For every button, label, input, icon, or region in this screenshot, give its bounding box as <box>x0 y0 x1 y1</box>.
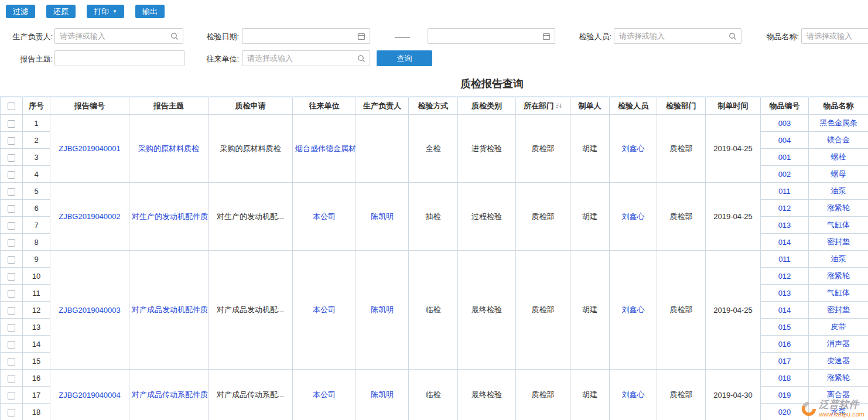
column-header[interactable]: 制单人 <box>570 97 610 115</box>
column-header[interactable]: 生产负责人 <box>356 97 409 115</box>
cell-item-code[interactable]: 014 <box>761 302 809 319</box>
column-header[interactable]: 往来单位 <box>293 97 356 115</box>
cell-subject[interactable]: 对产成品发动机配件质检 <box>129 251 209 370</box>
cell-item-name[interactable]: 密封垫 <box>809 302 868 319</box>
row-checkbox[interactable] <box>8 375 15 383</box>
cell-item-name[interactable]: 涨紧轮 <box>809 370 868 387</box>
cell-inspector[interactable]: 刘鑫心 <box>610 115 657 183</box>
cell-inspector[interactable]: 刘鑫心 <box>610 183 657 251</box>
column-header[interactable]: 报告主题 <box>129 97 209 115</box>
cell-partner[interactable]: 本公司 <box>293 251 356 370</box>
cell-report-no[interactable]: ZJBG2019040004 <box>50 370 129 420</box>
cell-item-name[interactable]: 油泵 <box>809 251 868 268</box>
cell-item-name[interactable]: 涨紧轮 <box>809 200 868 217</box>
cell-subject[interactable]: 对产成品传动系配件质检 <box>129 370 209 420</box>
calendar-icon[interactable] <box>357 32 365 40</box>
column-header[interactable]: 制单时间 <box>706 97 761 115</box>
partner-input[interactable] <box>242 50 370 66</box>
search-icon[interactable] <box>729 32 737 40</box>
cell-item-code[interactable]: 014 <box>761 234 809 251</box>
cell-subject[interactable]: 采购的原材料质检 <box>129 115 209 183</box>
cell-item-name[interactable]: 消声器 <box>809 336 868 353</box>
producer-input[interactable] <box>54 28 183 44</box>
cell-item-name[interactable]: 密封垫 <box>809 234 868 251</box>
cell-partner[interactable]: 烟台盛伟德金属材 <box>293 115 356 183</box>
row-checkbox[interactable] <box>8 120 15 128</box>
column-header[interactable]: 所在部门 <box>516 97 570 115</box>
calendar-icon[interactable] <box>542 32 551 40</box>
cell-producer[interactable]: 陈凯明 <box>356 251 409 370</box>
row-checkbox[interactable] <box>8 256 15 264</box>
row-checkbox[interactable] <box>8 188 15 196</box>
row-checkbox[interactable] <box>8 392 15 399</box>
cell-partner[interactable]: 本公司 <box>293 183 356 251</box>
inspect-date-end-input[interactable] <box>428 28 555 44</box>
cell-item-name[interactable]: 螺栓 <box>809 149 868 166</box>
cell-item-code[interactable]: 003 <box>761 115 809 132</box>
column-header[interactable]: 物品名称 <box>809 97 868 115</box>
partner-input-field[interactable] <box>242 54 357 63</box>
inspector-input[interactable] <box>614 28 741 44</box>
row-checkbox[interactable] <box>8 324 15 332</box>
cell-item-code[interactable]: 015 <box>761 319 809 336</box>
row-checkbox[interactable] <box>8 409 15 416</box>
cell-partner[interactable]: 本公司 <box>293 370 356 420</box>
row-checkbox[interactable] <box>8 239 15 247</box>
report-subject-input[interactable] <box>54 50 184 66</box>
cell-item-name[interactable]: 螺母 <box>809 166 868 183</box>
row-checkbox[interactable] <box>8 307 15 315</box>
item-name-input-field[interactable] <box>802 32 868 40</box>
cell-report-no[interactable]: ZJBG2019040001 <box>50 115 129 183</box>
row-checkbox[interactable] <box>8 205 15 213</box>
row-checkbox[interactable] <box>8 171 15 179</box>
column-header[interactable]: 质检申请 <box>209 97 293 115</box>
inspect-date-end-field[interactable] <box>428 32 542 40</box>
cell-item-code[interactable]: 001 <box>761 149 809 166</box>
row-checkbox[interactable] <box>8 273 15 281</box>
cell-inspector[interactable]: 刘鑫心 <box>610 251 657 370</box>
search-icon[interactable] <box>357 54 365 63</box>
cell-item-code[interactable]: 012 <box>761 268 809 285</box>
select-all-checkbox[interactable] <box>8 103 15 110</box>
column-header[interactable]: 物品编号 <box>761 97 809 115</box>
row-checkbox[interactable] <box>8 290 15 298</box>
cell-item-name[interactable]: 变速器 <box>809 353 868 370</box>
cell-item-name[interactable]: 油泵 <box>809 183 868 200</box>
row-checkbox[interactable] <box>8 222 15 230</box>
item-name-input[interactable] <box>801 28 868 44</box>
column-header[interactable]: 质检类别 <box>458 97 516 115</box>
column-header[interactable]: 检验人员 <box>610 97 657 115</box>
cell-item-code[interactable]: 016 <box>761 336 809 353</box>
cell-subject[interactable]: 对生产的发动机配件质检 <box>129 183 209 251</box>
producer-input-field[interactable] <box>55 32 170 40</box>
search-icon[interactable] <box>170 32 179 40</box>
cell-item-code[interactable]: 004 <box>761 132 809 149</box>
inspect-date-start-field[interactable] <box>242 32 357 40</box>
row-checkbox[interactable] <box>8 358 15 366</box>
cell-report-no[interactable]: ZJBG2019040003 <box>50 251 129 370</box>
row-checkbox[interactable] <box>8 154 15 162</box>
column-header[interactable]: 报告编号 <box>50 97 129 115</box>
cell-item-code[interactable]: 012 <box>761 200 809 217</box>
cell-producer[interactable]: 陈凯明 <box>356 183 409 251</box>
cell-item-name[interactable]: 涨紧轮 <box>809 268 868 285</box>
cell-report-no[interactable]: ZJBG2019040002 <box>50 183 129 251</box>
cell-item-name[interactable]: 气缸体 <box>809 285 868 302</box>
inspect-date-start-input[interactable] <box>242 28 370 44</box>
cell-item-code[interactable]: 018 <box>761 370 809 387</box>
row-checkbox[interactable] <box>8 137 15 145</box>
cell-item-code[interactable]: 011 <box>761 251 809 268</box>
cell-item-code[interactable]: 002 <box>761 166 809 183</box>
cell-item-code[interactable]: 013 <box>761 217 809 234</box>
cell-producer[interactable]: 陈凯明 <box>356 370 409 420</box>
column-header[interactable]: 检验方式 <box>409 97 458 115</box>
cell-item-code[interactable]: 011 <box>761 183 809 200</box>
row-checkbox[interactable] <box>8 341 15 349</box>
cell-item-name[interactable]: 镁合金 <box>809 132 868 149</box>
cell-item-name[interactable]: 黑色金属条 <box>809 115 868 132</box>
cell-item-code[interactable]: 017 <box>761 353 809 370</box>
cell-item-name[interactable]: 皮带 <box>809 319 868 336</box>
column-header[interactable]: 检验部门 <box>657 97 706 115</box>
cell-item-code[interactable]: 013 <box>761 285 809 302</box>
cell-item-name[interactable]: 气缸体 <box>809 217 868 234</box>
